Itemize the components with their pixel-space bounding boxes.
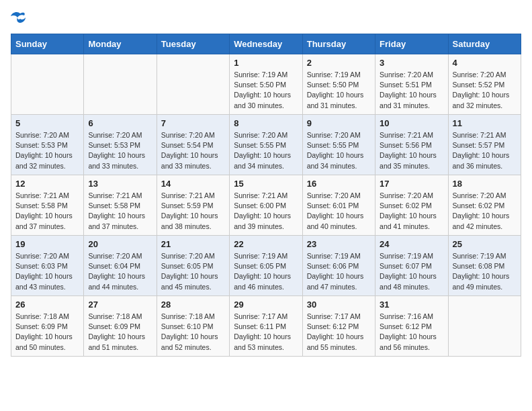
day-number: 1 (234, 58, 298, 68)
logo (11, 11, 31, 26)
day-number: 15 (234, 179, 298, 189)
day-info: Sunrise: 7:21 AM Sunset: 5:58 PM Dayligh… (15, 191, 79, 232)
day-info: Sunrise: 7:18 AM Sunset: 6:09 PM Dayligh… (88, 312, 152, 353)
calendar-day-26: 26Sunrise: 7:18 AM Sunset: 6:09 PM Dayli… (11, 296, 84, 357)
calendar-day-24: 24Sunrise: 7:19 AM Sunset: 6:07 PM Dayli… (375, 236, 448, 296)
day-info: Sunrise: 7:20 AM Sunset: 5:55 PM Dayligh… (307, 130, 371, 171)
day-number: 5 (15, 118, 79, 128)
calendar-day-empty (157, 54, 229, 115)
day-number: 18 (453, 179, 517, 189)
day-number: 2 (307, 58, 371, 68)
header-day-sunday: Sunday (11, 34, 84, 54)
day-info: Sunrise: 7:21 AM Sunset: 5:59 PM Dayligh… (161, 191, 225, 232)
calendar-table: SundayMondayTuesdayWednesdayThursdayFrid… (11, 34, 521, 357)
day-info: Sunrise: 7:20 AM Sunset: 5:53 PM Dayligh… (15, 130, 79, 171)
day-number: 26 (15, 300, 79, 310)
calendar-day-11: 11Sunrise: 7:21 AM Sunset: 5:57 PM Dayli… (448, 115, 521, 175)
day-info: Sunrise: 7:20 AM Sunset: 5:54 PM Dayligh… (161, 130, 225, 171)
day-number: 29 (234, 300, 298, 310)
day-info: Sunrise: 7:20 AM Sunset: 5:52 PM Dayligh… (453, 70, 517, 111)
day-number: 24 (380, 239, 443, 249)
day-number: 6 (88, 118, 152, 128)
calendar-day-30: 30Sunrise: 7:17 AM Sunset: 6:12 PM Dayli… (302, 296, 375, 357)
calendar-day-14: 14Sunrise: 7:21 AM Sunset: 5:59 PM Dayli… (157, 175, 229, 236)
calendar-week-row: 12Sunrise: 7:21 AM Sunset: 5:58 PM Dayli… (11, 175, 521, 236)
calendar-day-empty (84, 54, 157, 115)
calendar-day-20: 20Sunrise: 7:20 AM Sunset: 6:04 PM Dayli… (84, 236, 157, 296)
calendar-day-28: 28Sunrise: 7:18 AM Sunset: 6:10 PM Dayli… (157, 296, 229, 357)
day-number: 27 (88, 300, 152, 310)
calendar-day-23: 23Sunrise: 7:19 AM Sunset: 6:06 PM Dayli… (302, 236, 375, 296)
day-info: Sunrise: 7:20 AM Sunset: 6:02 PM Dayligh… (453, 191, 517, 232)
day-number: 9 (307, 118, 371, 128)
calendar-day-2: 2Sunrise: 7:19 AM Sunset: 5:50 PM Daylig… (302, 54, 375, 115)
day-info: Sunrise: 7:20 AM Sunset: 6:03 PM Dayligh… (15, 251, 79, 292)
calendar-day-8: 8Sunrise: 7:20 AM Sunset: 5:55 PM Daylig… (230, 115, 302, 175)
calendar-week-row: 5Sunrise: 7:20 AM Sunset: 5:53 PM Daylig… (11, 115, 521, 175)
calendar-day-12: 12Sunrise: 7:21 AM Sunset: 5:58 PM Dayli… (11, 175, 84, 236)
calendar-day-9: 9Sunrise: 7:20 AM Sunset: 5:55 PM Daylig… (302, 115, 375, 175)
day-info: Sunrise: 7:16 AM Sunset: 6:12 PM Dayligh… (380, 312, 443, 353)
day-info: Sunrise: 7:17 AM Sunset: 6:11 PM Dayligh… (234, 312, 298, 353)
header-day-monday: Monday (84, 34, 157, 54)
day-info: Sunrise: 7:19 AM Sunset: 5:50 PM Dayligh… (234, 70, 298, 111)
day-info: Sunrise: 7:19 AM Sunset: 5:50 PM Dayligh… (307, 70, 371, 111)
header-day-saturday: Saturday (448, 34, 521, 54)
calendar-day-16: 16Sunrise: 7:20 AM Sunset: 6:01 PM Dayli… (302, 175, 375, 236)
calendar-day-21: 21Sunrise: 7:20 AM Sunset: 6:05 PM Dayli… (157, 236, 229, 296)
day-info: Sunrise: 7:19 AM Sunset: 6:05 PM Dayligh… (234, 251, 298, 292)
calendar-day-6: 6Sunrise: 7:20 AM Sunset: 5:53 PM Daylig… (84, 115, 157, 175)
day-number: 8 (234, 118, 298, 128)
calendar-week-row: 1Sunrise: 7:19 AM Sunset: 5:50 PM Daylig… (11, 54, 521, 115)
day-number: 17 (380, 179, 443, 189)
header-day-friday: Friday (375, 34, 448, 54)
logo-icon (11, 11, 30, 26)
calendar-day-13: 13Sunrise: 7:21 AM Sunset: 5:58 PM Dayli… (84, 175, 157, 236)
day-info: Sunrise: 7:19 AM Sunset: 6:08 PM Dayligh… (453, 251, 517, 292)
calendar-day-1: 1Sunrise: 7:19 AM Sunset: 5:50 PM Daylig… (230, 54, 302, 115)
day-info: Sunrise: 7:21 AM Sunset: 5:58 PM Dayligh… (88, 191, 152, 232)
day-info: Sunrise: 7:19 AM Sunset: 6:06 PM Dayligh… (307, 251, 371, 292)
day-info: Sunrise: 7:21 AM Sunset: 5:57 PM Dayligh… (453, 130, 517, 171)
day-number: 22 (234, 239, 298, 249)
day-number: 3 (380, 58, 443, 68)
day-info: Sunrise: 7:20 AM Sunset: 5:51 PM Dayligh… (380, 70, 443, 111)
calendar-week-row: 26Sunrise: 7:18 AM Sunset: 6:09 PM Dayli… (11, 296, 521, 357)
calendar-day-10: 10Sunrise: 7:21 AM Sunset: 5:56 PM Dayli… (375, 115, 448, 175)
day-info: Sunrise: 7:17 AM Sunset: 6:12 PM Dayligh… (307, 312, 371, 353)
day-info: Sunrise: 7:19 AM Sunset: 6:07 PM Dayligh… (380, 251, 443, 292)
day-number: 13 (88, 179, 152, 189)
day-info: Sunrise: 7:21 AM Sunset: 6:00 PM Dayligh… (234, 191, 298, 232)
day-number: 14 (161, 179, 225, 189)
calendar-day-27: 27Sunrise: 7:18 AM Sunset: 6:09 PM Dayli… (84, 296, 157, 357)
calendar-day-29: 29Sunrise: 7:17 AM Sunset: 6:11 PM Dayli… (230, 296, 302, 357)
day-info: Sunrise: 7:20 AM Sunset: 5:55 PM Dayligh… (234, 130, 298, 171)
day-number: 10 (380, 118, 443, 128)
header-day-tuesday: Tuesday (157, 34, 229, 54)
calendar-day-22: 22Sunrise: 7:19 AM Sunset: 6:05 PM Dayli… (230, 236, 302, 296)
calendar-day-18: 18Sunrise: 7:20 AM Sunset: 6:02 PM Dayli… (448, 175, 521, 236)
calendar-day-empty (11, 54, 84, 115)
calendar-day-15: 15Sunrise: 7:21 AM Sunset: 6:00 PM Dayli… (230, 175, 302, 236)
calendar-header: SundayMondayTuesdayWednesdayThursdayFrid… (11, 34, 521, 54)
day-info: Sunrise: 7:18 AM Sunset: 6:10 PM Dayligh… (161, 312, 225, 353)
header-day-wednesday: Wednesday (230, 34, 302, 54)
day-info: Sunrise: 7:18 AM Sunset: 6:09 PM Dayligh… (15, 312, 79, 353)
day-number: 25 (453, 239, 517, 249)
day-number: 16 (307, 179, 371, 189)
day-info: Sunrise: 7:21 AM Sunset: 5:56 PM Dayligh… (380, 130, 443, 171)
day-number: 11 (453, 118, 517, 128)
calendar-day-5: 5Sunrise: 7:20 AM Sunset: 5:53 PM Daylig… (11, 115, 84, 175)
calendar-day-25: 25Sunrise: 7:19 AM Sunset: 6:08 PM Dayli… (448, 236, 521, 296)
calendar-day-empty (448, 296, 521, 357)
day-info: Sunrise: 7:20 AM Sunset: 6:04 PM Dayligh… (88, 251, 152, 292)
day-number: 4 (453, 58, 517, 68)
day-number: 20 (88, 239, 152, 249)
day-number: 23 (307, 239, 371, 249)
day-info: Sunrise: 7:20 AM Sunset: 6:05 PM Dayligh… (161, 251, 225, 292)
day-number: 12 (15, 179, 79, 189)
day-number: 28 (161, 300, 225, 310)
day-number: 21 (161, 239, 225, 249)
calendar-day-3: 3Sunrise: 7:20 AM Sunset: 5:51 PM Daylig… (375, 54, 448, 115)
day-number: 31 (380, 300, 443, 310)
